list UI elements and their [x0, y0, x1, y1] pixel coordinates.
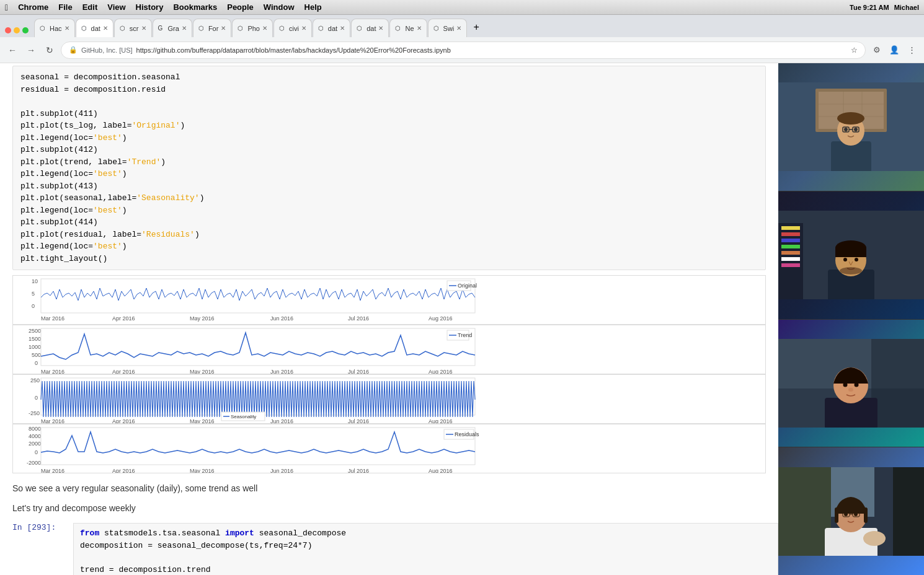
notebook-area: seasonal = decomposition.seasonal residu…	[0, 63, 778, 575]
svg-text:1500: 1500	[29, 336, 41, 342]
tab-civi-close[interactable]: ✕	[301, 25, 306, 32]
extensions-button[interactable]: ⚙	[869, 43, 884, 58]
menu-view[interactable]: View	[107, 2, 125, 12]
text-cell-2: Let's try and decompose weekly	[0, 498, 778, 518]
tab-dat2-close[interactable]: ✕	[340, 25, 345, 32]
tab-swi[interactable]: ⬡ Swi ✕	[428, 19, 468, 37]
tab-hac[interactable]: ⬡ Hac ✕	[34, 19, 75, 37]
tab-scr[interactable]: ⬡ scr ✕	[114, 19, 152, 37]
svg-rect-76	[781, 239, 800, 242]
more-button[interactable]: ⋮	[904, 43, 919, 58]
tab-scr-label: scr	[130, 25, 139, 32]
chrome-tabs-bar: ⬡ Hac ✕ ⬡ dat ✕ ⬡ scr ✕ G Gra ✕ ⬡ For ✕ …	[0, 15, 924, 37]
close-button[interactable]	[5, 27, 11, 33]
tab-gra[interactable]: G Gra ✕	[153, 19, 192, 37]
new-tab-button[interactable]: +	[469, 20, 484, 35]
tab-gra-close[interactable]: ✕	[182, 25, 187, 32]
svg-text:Jul 2016: Jul 2016	[348, 315, 369, 322]
code-line-2: residual = decomposition.resid	[20, 84, 758, 96]
code-line-14: plt.plot(residual, label='Residuals')	[20, 229, 758, 241]
video-bg-4	[778, 447, 924, 575]
tab-dat-close[interactable]: ✕	[103, 25, 108, 32]
menu-history[interactable]: History	[136, 2, 164, 12]
profile-button[interactable]: 👤	[887, 43, 902, 58]
svg-point-66	[844, 128, 848, 131]
tab-ne[interactable]: ⬡ Ne ✕	[389, 19, 427, 37]
svg-text:Jun 2016: Jun 2016	[270, 369, 293, 374]
cell-293: In [293]: from statsmodels.tsa.seasonal …	[0, 523, 778, 575]
minimize-button[interactable]	[14, 27, 20, 33]
text-decompose-weekly: Let's try and decompose weekly	[12, 503, 766, 513]
tab-dat2[interactable]: ⬡ dat ✕	[313, 19, 350, 37]
svg-text:4000: 4000	[29, 433, 41, 439]
bookmark-star-icon[interactable]: ☆	[851, 46, 858, 55]
tab-pho[interactable]: ⬡ Pho ✕	[232, 19, 273, 37]
chrome-addressbar: ← → ↻ 🔒 GitHub, Inc. [US] https://github…	[0, 37, 924, 63]
tab-dat2-label: dat	[328, 25, 337, 32]
lock-icon: 🔒	[69, 46, 78, 54]
svg-text:8000: 8000	[29, 426, 41, 432]
svg-text:2000: 2000	[29, 441, 41, 447]
tab-swi-favicon: ⬡	[433, 25, 441, 32]
tab-scr-favicon: ⬡	[120, 25, 127, 32]
tab-dat3-close[interactable]: ✕	[378, 25, 383, 32]
svg-text:0: 0	[35, 360, 38, 366]
text-seasonality: So we see a very regular seasonality (da…	[12, 483, 766, 493]
maximize-button[interactable]	[22, 27, 29, 33]
tab-dat2-favicon: ⬡	[318, 25, 326, 32]
video-sidebar	[778, 63, 924, 575]
forward-button[interactable]: →	[24, 43, 38, 58]
tab-ne-close[interactable]: ✕	[417, 25, 422, 32]
code-line-11: plt.plot(seasonal,label='Seasonality')	[20, 192, 758, 204]
code-line-6: plt.legend(loc='best')	[20, 132, 758, 144]
svg-rect-79	[781, 257, 800, 261]
svg-text:May 2016: May 2016	[190, 468, 215, 473]
svg-point-85	[843, 258, 847, 261]
menu-file[interactable]: File	[58, 2, 72, 12]
svg-rect-77	[781, 245, 800, 248]
code-line-5: plt.plot(ts_log, label='Original')	[20, 120, 758, 132]
menu-bookmarks[interactable]: Bookmarks	[173, 2, 217, 12]
address-bar[interactable]: 🔒 GitHub, Inc. [US] https://github.com/b…	[61, 42, 866, 59]
svg-text:5: 5	[32, 291, 35, 297]
tab-ne-label: Ne	[405, 25, 414, 32]
menu-help[interactable]: Help	[304, 2, 322, 12]
video-person-2	[778, 211, 924, 299]
refresh-button[interactable]: ↻	[42, 43, 57, 58]
svg-text:Mar 2016: Mar 2016	[41, 468, 64, 473]
menu-people[interactable]: People	[227, 2, 254, 12]
svg-text:-2000: -2000	[27, 460, 41, 466]
code-293-line-4: trend = decomposition.trend	[80, 564, 771, 576]
svg-point-97	[848, 388, 853, 392]
text-cell-1: So we see a very regular seasonality (da…	[0, 478, 778, 498]
svg-text:Apr 2016: Apr 2016	[112, 369, 135, 374]
code-cell-top: seasonal = decomposition.seasonal residu…	[0, 66, 778, 270]
tab-dat-active[interactable]: ⬡ dat ✕	[76, 19, 113, 37]
tab-dat3-favicon: ⬡	[357, 25, 364, 32]
svg-text:Seasonality: Seasonality	[231, 414, 256, 419]
back-button[interactable]: ←	[5, 43, 20, 58]
svg-text:Mar 2016: Mar 2016	[41, 369, 64, 374]
svg-point-87	[840, 267, 862, 274]
menu-edit[interactable]: Edit	[82, 2, 98, 12]
code-line-10: plt.subplot(413)	[20, 180, 758, 193]
tab-dat3[interactable]: ⬡ dat ✕	[351, 19, 389, 37]
code-line-8: plt.plot(trend, label='Trend')	[20, 156, 758, 169]
svg-text:0: 0	[35, 449, 38, 455]
tab-scr-close[interactable]: ✕	[141, 25, 146, 32]
tab-dat3-label: dat	[366, 25, 376, 32]
svg-text:250: 250	[30, 377, 40, 384]
menu-window[interactable]: Window	[264, 2, 295, 12]
tab-pho-close[interactable]: ✕	[262, 25, 267, 32]
tab-for[interactable]: ⬡ For ✕	[193, 19, 232, 37]
tab-civi-favicon: ⬡	[279, 25, 287, 32]
video-person-4	[778, 467, 924, 556]
tab-swi-close[interactable]: ✕	[456, 25, 461, 32]
tab-civi[interactable]: ⬡ civi ✕	[273, 19, 312, 37]
tab-hac-close[interactable]: ✕	[64, 25, 69, 32]
svg-text:0: 0	[35, 395, 38, 401]
svg-rect-100	[778, 467, 831, 556]
svg-text:May 2016: May 2016	[190, 418, 215, 424]
tab-for-close[interactable]: ✕	[221, 25, 226, 32]
svg-text:Jun 2016: Jun 2016	[270, 315, 293, 322]
